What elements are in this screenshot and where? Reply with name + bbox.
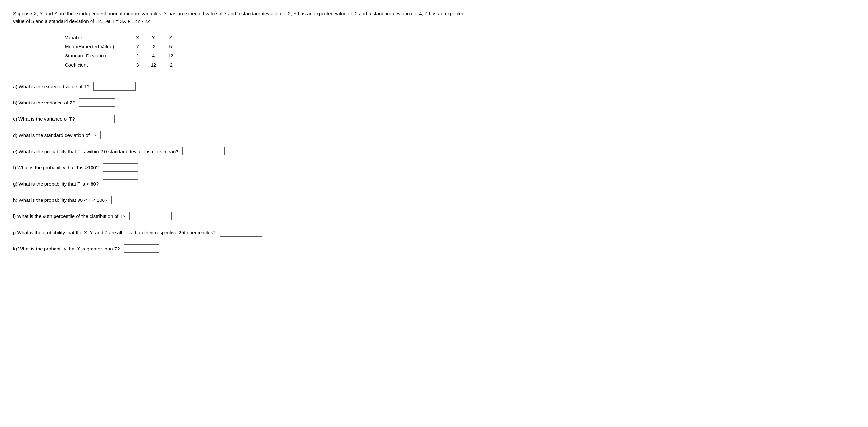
questions-section: a) What is the expected value of T? b) W… [13, 82, 855, 253]
question-c-row: c) What is the variance of T? [13, 115, 855, 123]
table-row-header: Variable X Y Z [65, 33, 179, 42]
question-h-input[interactable] [111, 196, 153, 204]
table-row-stddev: Standard Deviation 2 4 12 [65, 51, 179, 60]
question-e-row: e) What is the probability that T is wit… [13, 147, 855, 155]
table-mean-z: 5 [162, 42, 179, 51]
question-k-label: k) What is the probability that X is gre… [13, 246, 120, 251]
question-j-row: j) What is the probability that the X, Y… [13, 228, 855, 237]
question-i-row: i) What is the 90th percentile of the di… [13, 212, 855, 220]
question-i-label: i) What is the 90th percentile of the di… [13, 214, 126, 219]
table-stddev-z: 12 [162, 51, 179, 60]
question-e-label: e) What is the probability that T is wit… [13, 149, 179, 154]
question-d-row: d) What is the standard deviation of T? [13, 131, 855, 139]
table-mean-x: 7 [130, 42, 145, 51]
table-header-y: Y [145, 33, 162, 42]
question-a-row: a) What is the expected value of T? [13, 82, 855, 91]
table-row-mean: Mean(Expected Value) 7 -2 5 [65, 42, 179, 51]
table-stddev-x: 2 [130, 51, 145, 60]
question-g-label: g) What is the probability that T is < 8… [13, 181, 99, 187]
question-i-input[interactable] [129, 212, 172, 220]
question-b-input[interactable] [79, 98, 115, 107]
question-b-row: b) What is the variance of Z? [13, 98, 855, 107]
question-a-label: a) What is the expected value of T? [13, 84, 90, 89]
table-stddev-y: 4 [145, 51, 162, 60]
table-row-coefficient: Coefficient 3 12 -2 [65, 60, 179, 69]
question-f-label: f) What is the probability that T is >10… [13, 165, 99, 170]
question-d-input[interactable] [100, 131, 143, 139]
variables-table: Variable X Y Z Mean(Expected Value) 7 -2… [65, 33, 179, 69]
question-j-label: j) What is the probability that the X, Y… [13, 230, 216, 235]
question-k-input[interactable] [124, 244, 159, 253]
question-c-input[interactable] [79, 115, 115, 123]
table-coeff-x: 3 [130, 60, 145, 69]
table-label-mean: Mean(Expected Value) [65, 42, 130, 51]
question-e-input[interactable] [182, 147, 224, 155]
intro-paragraph: Suppose X, Y, and Z are three independen… [13, 10, 467, 25]
table-coeff-z: -2 [162, 60, 179, 69]
table-mean-y: -2 [145, 42, 162, 51]
table-coeff-y: 12 [145, 60, 162, 69]
question-h-label: h) What is the probability that 80 < T <… [13, 197, 107, 203]
question-g-row: g) What is the probability that T is < 8… [13, 179, 855, 188]
question-a-input[interactable] [93, 82, 136, 91]
question-d-label: d) What is the standard deviation of T? [13, 132, 96, 138]
question-c-label: c) What is the variance of T? [13, 116, 75, 122]
data-table-container: Variable X Y Z Mean(Expected Value) 7 -2… [65, 33, 855, 69]
table-label-coefficient: Coefficient [65, 60, 130, 69]
question-f-row: f) What is the probability that T is >10… [13, 163, 855, 172]
question-b-label: b) What is the variance of Z? [13, 100, 75, 105]
table-label-stddev: Standard Deviation [65, 51, 130, 60]
question-k-row: k) What is the probability that X is gre… [13, 244, 855, 253]
question-g-input[interactable] [102, 179, 138, 188]
question-f-input[interactable] [102, 163, 138, 172]
table-header-x: X [130, 33, 145, 42]
question-j-input[interactable] [220, 228, 262, 237]
question-h-row: h) What is the probability that 80 < T <… [13, 196, 855, 204]
table-header-variable: Variable [65, 33, 130, 42]
table-header-z: Z [162, 33, 179, 42]
